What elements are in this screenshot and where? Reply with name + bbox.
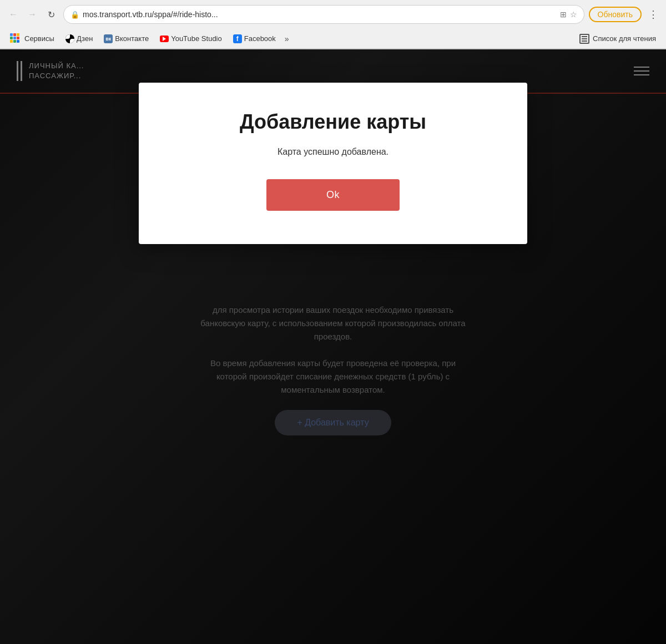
modal-title: Добавление карты	[240, 110, 426, 134]
youtube-icon	[160, 36, 169, 42]
bookmark-services[interactable]: Сервисы	[6, 32, 59, 46]
update-button[interactable]: Обновить	[589, 7, 642, 22]
nav-buttons: ← → ↻	[6, 7, 59, 22]
google-apps-icon	[10, 33, 21, 44]
bookmark-vkontakte-label: Вконтакте	[115, 34, 149, 43]
back-button[interactable]: ←	[6, 7, 21, 22]
facebook-icon: f	[233, 34, 242, 43]
browser-chrome: ← → ↻ 🔒 mos.transport.vtb.ru/sppa/#/ride…	[0, 0, 666, 49]
address-bar[interactable]: 🔒 mos.transport.vtb.ru/sppa/#/ride-histo…	[63, 5, 584, 24]
reading-list-icon	[579, 34, 589, 44]
youtube-play-icon	[163, 37, 166, 41]
modal-dialog: Добавление карты Карта успешно добавлена…	[139, 83, 527, 244]
bookmark-services-label: Сервисы	[24, 34, 54, 43]
url-text: mos.transport.vtb.ru/sppa/#/ride-histo..…	[83, 10, 557, 19]
bookmark-youtube-label: YouTube Studio	[171, 34, 222, 43]
bookmark-youtube-studio[interactable]: YouTube Studio	[155, 33, 226, 44]
modal-overlay: Добавление карты Карта успешно добавлена…	[0, 49, 666, 644]
browser-menu-button[interactable]: ⋮	[646, 6, 660, 23]
lock-icon: 🔒	[70, 11, 79, 19]
modal-ok-button[interactable]: Ok	[266, 179, 400, 211]
browser-toolbar: ← → ↻ 🔒 mos.transport.vtb.ru/sppa/#/ride…	[0, 0, 666, 29]
vk-icon: вк	[104, 34, 113, 43]
reading-list-button[interactable]: Список для чтения	[575, 32, 660, 45]
bookmarks-bar: Сервисы Дзен вк Вконтакте YouTube Studio…	[0, 29, 666, 49]
bookmark-dzen-label: Дзен	[77, 34, 93, 43]
toolbar-right: Обновить ⋮	[589, 6, 660, 23]
reload-button[interactable]: ↻	[43, 7, 59, 22]
bookmark-facebook[interactable]: f Facebook	[229, 33, 280, 45]
bookmark-star-icon[interactable]: ☆	[570, 10, 577, 19]
modal-message: Карта успешно добавлена.	[278, 147, 389, 157]
bookmark-facebook-label: Facebook	[244, 34, 276, 43]
translate-icon[interactable]: ⊞	[560, 10, 567, 19]
bookmark-dzen[interactable]: Дзен	[61, 33, 97, 45]
page-content: ЛИЧНЫЙ КА... ПАССАЖИР... для просмотра и…	[0, 49, 666, 644]
reading-list-label: Список для чтения	[593, 34, 656, 43]
more-bookmarks-button[interactable]: »	[285, 34, 289, 43]
bookmark-vkontakte[interactable]: вк Вконтакте	[99, 33, 153, 45]
dzen-icon	[65, 34, 74, 43]
forward-button[interactable]: →	[24, 7, 40, 22]
